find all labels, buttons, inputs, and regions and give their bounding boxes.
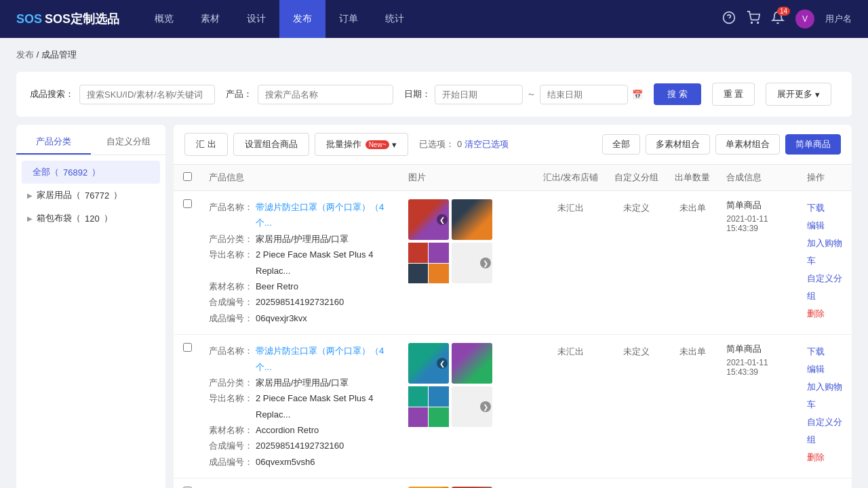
th-compose-info: 合成信息 — [718, 165, 799, 191]
op-自定义分组-btn[interactable]: 自定义分组 — [807, 413, 844, 449]
sidebar-bags-count: 120 — [85, 214, 100, 224]
nav-items: 概览 素材 设计 发布 订单 统计 — [141, 0, 722, 38]
content-wrap: 发布 / 成品管理 成品搜索： 产品： 日期： ～ 📅 搜 索 重 置 展开更多… — [0, 38, 868, 488]
logo-text: SOS定制选品 — [45, 11, 119, 27]
row-checkbox-1[interactable] — [183, 343, 192, 352]
nav-stats[interactable]: 统计 — [372, 0, 418, 38]
product-name-label: 产品： — [226, 88, 252, 100]
op-自定义分组-btn[interactable]: 自定义分组 — [807, 270, 844, 305]
custom-group-cell: 未定义 — [606, 335, 667, 479]
search-button[interactable]: 搜 索 — [654, 83, 701, 105]
image-next-btn-1[interactable]: ❯ — [480, 401, 491, 412]
images-cell: ❮ ❯ — [400, 335, 535, 479]
ops-cell: 下载编辑加入购物车自定义分组删除 — [799, 335, 852, 479]
sidebar-item-all[interactable]: 全部（76892） — [22, 161, 160, 184]
op-加入购物车-btn[interactable]: 加入购物车 — [807, 235, 844, 270]
op-编辑-btn[interactable]: 编辑 — [807, 361, 844, 378]
date-label: 日期： — [404, 88, 431, 100]
th-images: 图片 — [400, 165, 535, 191]
breadcrumb: 发布 / 成品管理 — [16, 49, 852, 61]
filter-simple-button[interactable]: 简单商品 — [785, 134, 841, 155]
clear-selected-link[interactable]: 清空已选项 — [465, 138, 509, 150]
svg-point-2 — [751, 22, 753, 23]
brand-logo: SOS SOS定制选品 — [16, 11, 119, 27]
product-search-input[interactable] — [79, 85, 215, 104]
th-checkbox — [174, 165, 201, 191]
op-删除-btn[interactable]: 删除 — [807, 305, 844, 323]
op-下载-btn[interactable]: 下载 — [807, 199, 844, 217]
images-cell: ❮ ❯ — [400, 479, 535, 488]
sidebar-household-count: 76772 — [85, 190, 109, 201]
search-bar: 成品搜索： 产品： 日期： ～ 📅 搜 索 重 置 展开更多 ▾ — [16, 72, 852, 117]
toolbar: 汇 出 设置组合商品 批量操作 New~ ▾ 已选项： 0 清空已选项 全部 多 — [174, 125, 852, 165]
breadcrumb-current: 成品管理 — [41, 49, 77, 60]
date-field: 日期： ～ 📅 — [404, 85, 643, 104]
breadcrumb-parent[interactable]: 发布 — [16, 49, 34, 60]
expand-button[interactable]: 展开更多 ▾ — [766, 83, 831, 106]
nav-overview[interactable]: 概览 — [141, 0, 187, 38]
th-export: 汇出/发布店铺 — [535, 165, 607, 191]
nav-right: 14 V 用户名 — [722, 9, 852, 28]
table-row: 产品名称：带滤片防尘口罩（两个口罩）（4个... 产品分类：家居用品/护理用品/… — [174, 191, 852, 335]
images-cell: ❮ ❯ — [400, 191, 535, 335]
expand-label: 展开更多 — [777, 88, 812, 100]
export-status-cell: 未汇出 — [535, 335, 607, 479]
filter-multi-button[interactable]: 多素材组合 — [646, 134, 710, 155]
new-badge: New~ — [366, 140, 390, 149]
compose-info-cell: 简单商品 2021-01-11 15:43:39 — [718, 335, 799, 479]
nav-design[interactable]: 设计 — [233, 0, 279, 38]
op-加入购物车-btn[interactable]: 加入购物车 — [807, 378, 844, 413]
sidebar-item-household[interactable]: ▶ 家居用品（76772） — [16, 184, 165, 207]
chevron-down-icon: ▾ — [815, 89, 820, 100]
th-product-info: 产品信息 — [201, 165, 400, 191]
right-content: 汇 出 设置组合商品 批量操作 New~ ▾ 已选项： 0 清空已选项 全部 多 — [174, 125, 852, 488]
filter-all-button[interactable]: 全部 — [602, 134, 640, 155]
op-编辑-btn[interactable]: 编辑 — [807, 217, 844, 235]
image-prev-btn-0[interactable]: ❮ — [437, 214, 448, 225]
sidebar-item-bags[interactable]: ▶ 箱包布袋（120） — [16, 207, 165, 230]
custom-group-cell: 未定义 — [606, 191, 667, 335]
tab-product-category[interactable]: 产品分类 — [16, 130, 91, 155]
order-count-cell: 未出单 — [667, 191, 718, 335]
svg-point-3 — [757, 22, 759, 23]
nav-publish[interactable]: 发布 — [279, 0, 326, 38]
filter-single-button[interactable]: 单素材组合 — [715, 134, 780, 155]
logo-sos: SOS — [16, 12, 42, 26]
username-label: 用户名 — [825, 13, 852, 25]
product-name-input[interactable] — [258, 85, 393, 104]
op-下载-btn[interactable]: 下载 — [807, 343, 844, 361]
user-avatar[interactable]: V — [795, 9, 814, 28]
end-date-input[interactable] — [540, 85, 628, 104]
batch-chevron-icon: ▾ — [392, 140, 397, 150]
sidebar-item-all-label: 全部（ — [33, 166, 59, 178]
help-icon-btn[interactable] — [722, 11, 736, 28]
product-name-field: 产品： — [226, 85, 393, 104]
tab-custom-group[interactable]: 自定义分组 — [91, 130, 165, 155]
batch-button[interactable]: 批量操作 New~ ▾ — [315, 133, 409, 156]
selected-info: 已选项： 0 — [419, 138, 464, 150]
th-custom-group: 自定义分组 — [606, 165, 667, 191]
table-row: 产品名称：带滤片防尘口罩（两个口罩）（4个... 产品分类：家居用品/护理用品/… — [174, 479, 852, 488]
nav-order[interactable]: 订单 — [326, 0, 372, 38]
compose-info-cell: 简单商品 2021-01-11 15:43:39 — [718, 191, 799, 335]
batch-label: 批量操作 — [326, 138, 361, 150]
set-group-button[interactable]: 设置组合商品 — [233, 133, 309, 156]
image-prev-btn-1[interactable]: ❮ — [437, 358, 448, 369]
op-删除-btn[interactable]: 删除 — [807, 449, 844, 466]
start-date-input[interactable] — [435, 85, 523, 104]
th-ops: 操作 — [799, 165, 852, 191]
export-status-cell: 未汇出 — [535, 479, 607, 488]
sidebar-bags-label: 箱包布袋（ — [37, 212, 81, 224]
select-all-checkbox[interactable] — [183, 172, 192, 181]
cart-icon-btn[interactable] — [747, 11, 760, 28]
reset-button[interactable]: 重 置 — [712, 83, 755, 106]
row-checkbox-cell — [174, 191, 201, 335]
product-info-cell: 产品名称：带滤片防尘口罩（两个口罩）（4个... 产品分类：家居用品/护理用品/… — [201, 335, 400, 479]
row-checkbox-0[interactable] — [183, 199, 192, 208]
date-separator: ～ — [527, 88, 536, 100]
image-next-btn-0[interactable]: ❯ — [480, 258, 491, 268]
notification-icon-btn[interactable]: 14 — [771, 11, 785, 28]
nav-material[interactable]: 素材 — [187, 0, 233, 38]
export-button[interactable]: 汇 出 — [184, 133, 228, 156]
chevron-right-icon: ▶ — [27, 192, 33, 199]
